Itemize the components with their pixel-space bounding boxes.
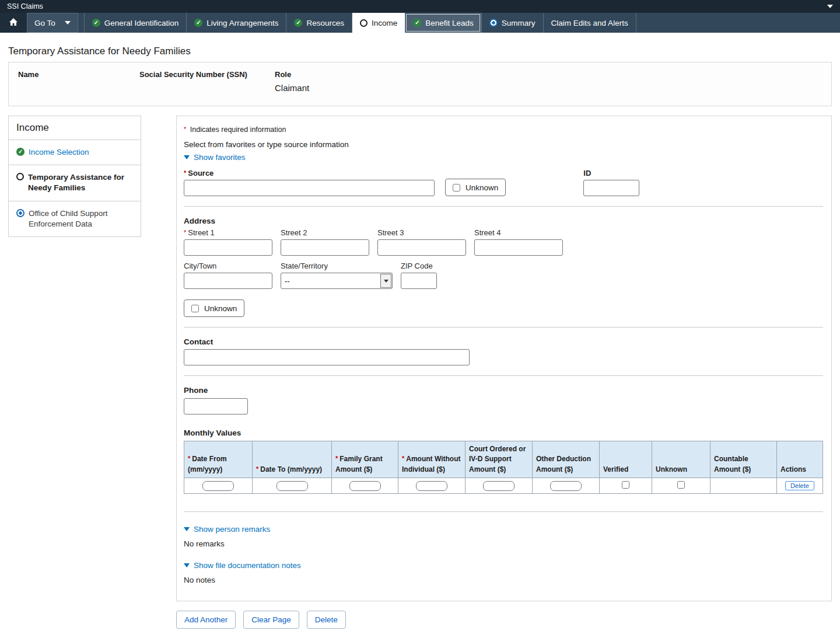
tab-general-identification[interactable]: General Identification (84, 13, 187, 33)
nav-tabs: General Identification Living Arrangemen… (84, 13, 636, 33)
tab-label: Summary (502, 19, 536, 27)
complete-icon (16, 148, 24, 156)
chevron-down-icon (184, 155, 190, 159)
monthly-values-heading: Monthly Values (184, 429, 823, 437)
tab-income[interactable]: Income (352, 13, 405, 33)
complete-icon (194, 19, 202, 27)
street2-label: Street 2 (281, 228, 369, 237)
title-bar: SSI Claims (0, 0, 840, 13)
sidebar-title: Income (9, 116, 141, 140)
court-ordered-amount-input[interactable] (483, 481, 514, 491)
tab-label: Living Arrangements (206, 19, 278, 27)
sidebar-item-income-selection[interactable]: Income Selection (9, 140, 141, 165)
role-value: Claimant (275, 83, 309, 93)
main-navbar: Go To General Identification Living Arra… (0, 13, 840, 33)
sidebar-item-label: Temporary Assistance for Needy Families (28, 172, 133, 193)
col-other-deduction: Other Deduction Amount ($) (533, 441, 600, 478)
divider (184, 206, 823, 207)
complete-icon (92, 19, 100, 27)
page-title: Temporary Assistance for Needy Families (8, 46, 832, 57)
complete-icon (294, 19, 302, 27)
sidebar-item-label: Income Selection (29, 147, 89, 158)
contact-input[interactable] (184, 349, 470, 365)
row-unknown-checkbox[interactable] (677, 481, 685, 489)
tab-resources[interactable]: Resources (286, 13, 352, 33)
date-from-input[interactable] (202, 481, 234, 491)
tab-living-arrangements[interactable]: Living Arrangements (186, 13, 286, 33)
in-progress-icon (16, 209, 24, 217)
chevron-down-icon (184, 527, 190, 531)
tab-summary[interactable]: Summary (481, 13, 543, 33)
source-label: *Source (184, 169, 435, 177)
street4-input[interactable] (474, 239, 563, 256)
id-input[interactable] (583, 180, 639, 196)
state-label: State/Territory (281, 262, 393, 270)
favorites-hint: Select from favorites or type source inf… (184, 140, 823, 149)
required-asterisk: * (184, 229, 186, 236)
divider (184, 327, 823, 328)
show-person-remarks-toggle[interactable]: Show person remarks (184, 525, 823, 534)
remarks-empty-text: No remarks (184, 539, 823, 548)
state-select[interactable]: -- (281, 273, 393, 289)
notes-empty-text: No notes (184, 576, 823, 584)
street2-input[interactable] (281, 239, 369, 256)
required-asterisk: * (184, 126, 186, 133)
family-grant-amount-input[interactable] (349, 481, 381, 491)
divider (184, 375, 823, 376)
window-menu-caret-icon[interactable] (827, 5, 833, 8)
phone-input[interactable] (184, 398, 248, 414)
street3-input[interactable] (377, 239, 466, 256)
show-file-documentation-notes-toggle[interactable]: Show file documentation notes (184, 561, 823, 570)
add-another-button[interactable]: Add Another (176, 611, 236, 629)
source-unknown-checkbox[interactable] (453, 184, 460, 191)
home-icon (9, 18, 18, 29)
goto-dropdown[interactable]: Go To (27, 13, 78, 33)
tab-benefit-leads[interactable]: Benefit Leads (405, 13, 481, 33)
col-family-grant: *Family Grant Amount ($) (332, 441, 398, 478)
city-input[interactable] (184, 273, 272, 289)
show-favorites-toggle[interactable]: Show favorites (184, 153, 823, 162)
street1-label: *Street 1 (184, 228, 272, 237)
col-date-to: *Date To (mm/yyyy) (253, 441, 332, 478)
clear-page-button[interactable]: Clear Page (243, 611, 299, 629)
other-deduction-amount-input[interactable] (550, 481, 582, 491)
required-note: * Indicates required information (184, 126, 823, 134)
address-unknown-checkbox[interactable] (191, 305, 199, 312)
id-label: ID (583, 169, 639, 177)
countable-amount-cell (710, 478, 777, 494)
amount-without-individual-input[interactable] (416, 481, 447, 491)
zip-input[interactable] (401, 273, 437, 289)
tab-label: Resources (306, 19, 344, 27)
date-to-input[interactable] (276, 481, 308, 491)
delete-row-button[interactable]: Delete (785, 481, 814, 490)
address-unknown-toggle[interactable]: Unknown (184, 299, 244, 317)
contact-heading: Contact (184, 337, 823, 346)
tanf-form-panel: * Indicates required information Select … (176, 116, 832, 601)
ssn-label: Social Security Number (SSN) (139, 70, 275, 79)
in-progress-icon (489, 19, 498, 27)
chevron-down-icon (65, 21, 71, 25)
tab-label: General Identification (104, 19, 179, 27)
tab-claim-edits-and-alerts[interactable]: Claim Edits and Alerts (543, 13, 636, 33)
street4-label: Street 4 (474, 228, 563, 237)
col-amount-without-individual: *Amount Without Individual ($) (398, 441, 466, 478)
tab-label: Claim Edits and Alerts (551, 19, 628, 27)
street1-input[interactable] (184, 239, 272, 256)
income-sidebar: Income Income Selection Temporary Assist… (8, 116, 141, 237)
home-button[interactable] (0, 13, 27, 33)
unknown-label: Unknown (466, 183, 498, 192)
source-input[interactable] (184, 180, 435, 196)
sidebar-item-ocse-data[interactable]: Office of Child Support Enforcement Data (9, 201, 141, 236)
delete-button[interactable]: Delete (307, 611, 346, 629)
monthly-values-row: Delete (184, 478, 823, 494)
goto-label: Go To (34, 19, 55, 27)
page-action-row: Add Another Clear Page Delete (8, 611, 832, 629)
source-unknown-toggle[interactable]: Unknown (445, 179, 506, 196)
verified-checkbox[interactable] (622, 481, 629, 489)
radio-unselected-icon (16, 173, 24, 180)
col-actions: Actions (777, 441, 823, 478)
city-label: City/Town (184, 262, 272, 270)
app-title: SSI Claims (7, 2, 43, 11)
sidebar-item-tanf[interactable]: Temporary Assistance for Needy Families (9, 165, 141, 201)
unknown-label: Unknown (204, 304, 237, 313)
